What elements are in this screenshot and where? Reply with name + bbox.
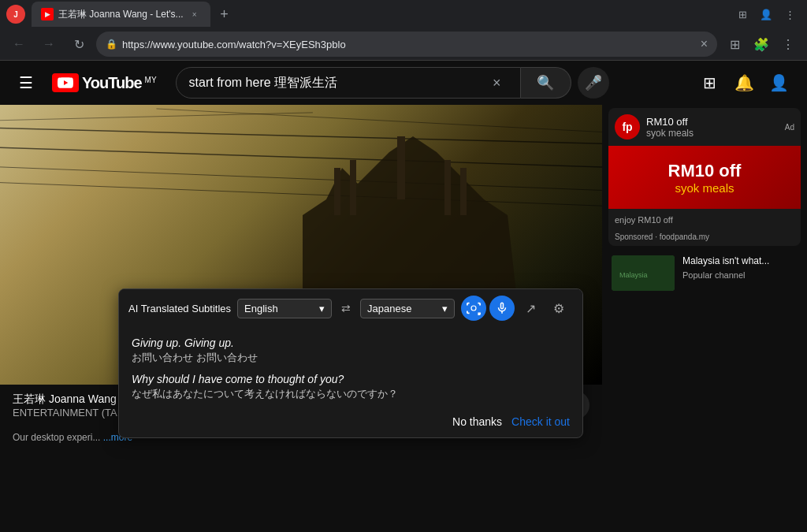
browser-chrome: J ▶ 王若琳 Joanna Wang - Let's... × + ⊞ 👤 ⋮… (0, 0, 807, 61)
target-lang-text: Japanese (367, 303, 411, 314)
share-button-ai[interactable]: ↗ (518, 296, 543, 321)
tab-close-button[interactable]: × (188, 8, 201, 20)
search-icon: 🔍 (537, 74, 554, 91)
target-language-select[interactable]: Japanese ▾ (360, 299, 455, 318)
svg-rect-9 (397, 136, 405, 199)
url-bar[interactable]: 🔒 https://www.youtube.com/watch?v=XEyESh… (96, 32, 717, 57)
ad-image[interactable]: RM10 off syok meals (608, 146, 801, 209)
sidebar-item-info: Malaysia isn't what... Popular channel (682, 255, 798, 291)
list-item[interactable]: Malaysia Malaysia isn't what... Popular … (602, 249, 807, 297)
youtube-header: ☰ YouTube MY × 🔍 🎤 ⊞ 🔔 👤 (0, 61, 807, 105)
back-button[interactable]: ← (6, 32, 32, 57)
grid-icon[interactable]: ⊞ (731, 3, 753, 25)
tab-title: 王若琳 Joanna Wang - Let's... (58, 8, 184, 21)
address-bar: ← → ↻ 🔒 https://www.youtube.com/watch?v=… (0, 28, 807, 60)
svg-rect-7 (334, 168, 340, 215)
check-it-out-button[interactable]: Check it out (511, 415, 570, 428)
source-language-select[interactable]: English ▾ (237, 299, 332, 318)
main-content: お問い合わせ お問い合わせ 王若琳 Joanna Wang - Start Fr… (0, 105, 807, 532)
search-clear-button[interactable]: × (486, 75, 508, 91)
svg-rect-11 (460, 168, 467, 215)
ai-subtitles-panel: AI Translated Subtitles English ▾ ⇄ Japa… (118, 288, 583, 438)
youtube-country-badge: MY (145, 76, 157, 84)
ad-subtitle: syok meals (646, 128, 694, 139)
search-button[interactable]: 🔍 (521, 67, 571, 99)
voice-search-button[interactable]: 🎤 (578, 67, 609, 99)
ad-description: enjoy RM10 off (608, 209, 801, 231)
ai-panel-actions: ↗ ⚙ − × (461, 296, 583, 321)
url-clear-button[interactable]: × (701, 37, 708, 51)
active-tab[interactable]: ▶ 王若琳 Joanna Wang - Let's... × (32, 2, 210, 27)
mic-active-button[interactable] (489, 296, 515, 321)
svg-text:Malaysia: Malaysia (619, 271, 648, 279)
youtube-logo-text: YouTube (82, 74, 142, 92)
address-bar-actions: ⊞ 🧩 ⋮ (722, 32, 801, 57)
menu-icon[interactable]: ⋮ (779, 3, 801, 25)
lock-icon: 🔒 (106, 39, 117, 50)
bookmarks-icon[interactable]: ⊞ (722, 32, 747, 57)
sidebar-item-title: Malaysia isn't what... (682, 255, 798, 268)
user-avatar[interactable]: 👤 (763, 67, 794, 99)
minimize-button[interactable]: − (575, 296, 583, 321)
dropdown-chevron-icon: ▾ (319, 303, 325, 314)
ad-panel: fp RM10 off syok meals Ad RM10 off syok … (608, 108, 801, 246)
sidebar-item-meta: Popular channel (682, 270, 798, 280)
youtube-logo-icon (52, 73, 79, 92)
profile-icon[interactable]: 👤 (755, 3, 777, 25)
translated-line-1: お問い合わせ お問い合わせ (132, 351, 570, 365)
ai-panel-title: AI Translated Subtitles (128, 303, 231, 314)
sidebar-item-channel: Popular channel (682, 270, 746, 280)
video-thumbnail: Malaysia (612, 255, 675, 291)
url-text: https://www.youtube.com/watch?v=XEyESh3p… (122, 39, 696, 50)
tab-bar: J ▶ 王若琳 Joanna Wang - Let's... × + ⊞ 👤 ⋮ (0, 0, 807, 28)
refresh-button[interactable]: ↻ (66, 32, 91, 57)
translated-line-2: なぜ私はあなたについて考えなければならないのですか？ (132, 387, 570, 401)
ad-info: RM10 off syok meals (646, 116, 694, 139)
search-input[interactable] (189, 76, 486, 90)
ai-panel-header: AI Translated Subtitles English ▾ ⇄ Japa… (119, 289, 582, 327)
forward-button[interactable]: → (36, 32, 61, 57)
ai-panel-footer: No thanks Check it out (119, 407, 582, 437)
ad-image-content: RM10 off syok meals (668, 161, 742, 195)
ad-header: fp RM10 off syok meals Ad (608, 108, 801, 146)
grid-apps-button[interactable]: ⊞ (694, 67, 725, 99)
ad-logo: fp (615, 114, 640, 140)
swap-languages-icon[interactable]: ⇄ (338, 302, 354, 314)
source-lang-text: English (244, 303, 278, 314)
mic-icon: 🎤 (585, 74, 602, 91)
hamburger-menu-button[interactable]: ☰ (13, 67, 39, 99)
youtube-search-bar: × 🔍 🎤 (176, 67, 609, 99)
svg-rect-8 (350, 160, 356, 215)
no-thanks-button[interactable]: No thanks (452, 415, 502, 428)
profile-circle: J (6, 5, 25, 24)
sidebar: fp RM10 off syok meals Ad RM10 off syok … (602, 105, 807, 532)
more-browser-icon[interactable]: ⋮ (775, 32, 801, 57)
header-right-actions: ⊞ 🔔 👤 (694, 67, 794, 99)
sponsored-badge: Ad (785, 123, 794, 132)
settings-icon-button[interactable]: ⚙ (546, 296, 571, 321)
search-input-wrap: × (176, 67, 521, 99)
tab-favicon: ▶ (41, 8, 54, 20)
source-line-1: Giving up. Giving up. (132, 337, 570, 349)
sponsored-label: Sponsored · foodpanda.my (608, 231, 801, 246)
youtube-logo[interactable]: YouTube MY (52, 73, 157, 92)
notifications-button[interactable]: 🔔 (728, 67, 760, 99)
extensions-icon[interactable]: 🧩 (749, 32, 774, 57)
ad-title: RM10 off (646, 116, 694, 128)
svg-rect-10 (444, 160, 451, 215)
new-tab-button[interactable]: + (214, 3, 236, 25)
camera-icon-button[interactable] (461, 296, 486, 321)
window-controls: ⊞ 👤 ⋮ (731, 3, 801, 25)
svg-line-4 (0, 113, 313, 121)
dropdown-chevron-icon2: ▾ (442, 303, 448, 314)
source-line-2: Why should I have come to thought of you… (132, 373, 570, 385)
ai-translation-content: Giving up. Giving up. お問い合わせ お問い合わせ Why … (119, 327, 582, 407)
